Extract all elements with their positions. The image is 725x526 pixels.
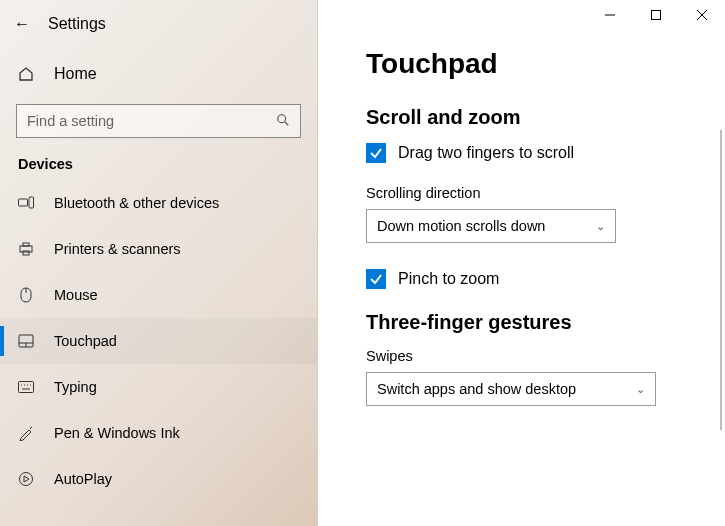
sidebar-item-label: AutoPlay (54, 471, 112, 487)
scrollbar[interactable] (720, 130, 722, 430)
sidebar-item-autoplay[interactable]: AutoPlay (0, 456, 317, 502)
svg-rect-12 (19, 382, 34, 393)
section-three-finger: Three-finger gestures (366, 311, 725, 334)
svg-line-18 (30, 427, 32, 429)
window-controls (587, 0, 725, 30)
sidebar-item-pen[interactable]: Pen & Windows Ink (0, 410, 317, 456)
checkbox-icon (366, 143, 386, 163)
checkbox-icon (366, 269, 386, 289)
titlebar: ← Settings (0, 8, 317, 40)
maximize-button[interactable] (633, 0, 679, 30)
svg-line-1 (285, 121, 289, 125)
sidebar-item-printers[interactable]: Printers & scanners (0, 226, 317, 272)
dropdown-value: Down motion scrolls down (377, 218, 545, 234)
nav-home[interactable]: Home (0, 54, 317, 94)
pen-icon (18, 425, 34, 441)
chevron-down-icon: ⌄ (636, 383, 645, 396)
checkbox-label: Drag two fingers to scroll (398, 144, 574, 162)
sidebar-item-touchpad[interactable]: Touchpad (0, 318, 317, 364)
checkbox-pinch-to-zoom[interactable]: Pinch to zoom (366, 269, 725, 289)
close-button[interactable] (679, 0, 725, 30)
minimize-button[interactable] (587, 0, 633, 30)
sidebar-item-typing[interactable]: Typing (0, 364, 317, 410)
mouse-icon (18, 287, 34, 303)
page-title: Touchpad (366, 48, 725, 80)
svg-rect-21 (652, 11, 661, 20)
printer-icon (18, 241, 34, 257)
checkbox-label: Pinch to zoom (398, 270, 499, 288)
sidebar-item-label: Touchpad (54, 333, 117, 349)
sidebar-item-label: Typing (54, 379, 97, 395)
checkbox-drag-two-fingers[interactable]: Drag two fingers to scroll (366, 143, 725, 163)
dropdown-swipes[interactable]: Switch apps and show desktop ⌄ (366, 372, 656, 406)
chevron-down-icon: ⌄ (596, 220, 605, 233)
sidebar-item-label: Bluetooth & other devices (54, 195, 219, 211)
autoplay-icon (18, 471, 34, 487)
svg-rect-2 (19, 199, 28, 206)
sidebar-item-label: Pen & Windows Ink (54, 425, 180, 441)
svg-rect-5 (23, 243, 29, 246)
search-input[interactable] (27, 113, 276, 129)
nav-home-label: Home (54, 65, 97, 83)
sidebar-item-label: Mouse (54, 287, 98, 303)
sidebar: ← Settings Home Devices Bluetooth & othe… (0, 0, 318, 526)
search-icon (276, 113, 290, 130)
keyboard-icon (18, 381, 34, 393)
dropdown-scrolling-direction[interactable]: Down motion scrolls down ⌄ (366, 209, 616, 243)
dropdown-value: Switch apps and show desktop (377, 381, 576, 397)
app-title: Settings (48, 15, 106, 33)
sidebar-item-label: Printers & scanners (54, 241, 181, 257)
sidebar-item-bluetooth[interactable]: Bluetooth & other devices (0, 180, 317, 226)
main-content: Touchpad Scroll and zoom Drag two finger… (318, 0, 725, 526)
svg-point-19 (20, 473, 33, 486)
svg-point-0 (278, 114, 286, 122)
svg-rect-3 (29, 197, 34, 208)
sidebar-item-mouse[interactable]: Mouse (0, 272, 317, 318)
home-icon (18, 66, 34, 82)
search-box[interactable] (16, 104, 301, 138)
touchpad-icon (18, 334, 34, 348)
devices-icon (18, 196, 34, 210)
label-scrolling-direction: Scrolling direction (366, 185, 725, 201)
back-icon[interactable]: ← (14, 15, 30, 33)
category-header: Devices (0, 138, 317, 180)
section-scroll-zoom: Scroll and zoom (366, 106, 725, 129)
settings-window: ← Settings Home Devices Bluetooth & othe… (0, 0, 725, 526)
label-swipes: Swipes (366, 348, 725, 364)
